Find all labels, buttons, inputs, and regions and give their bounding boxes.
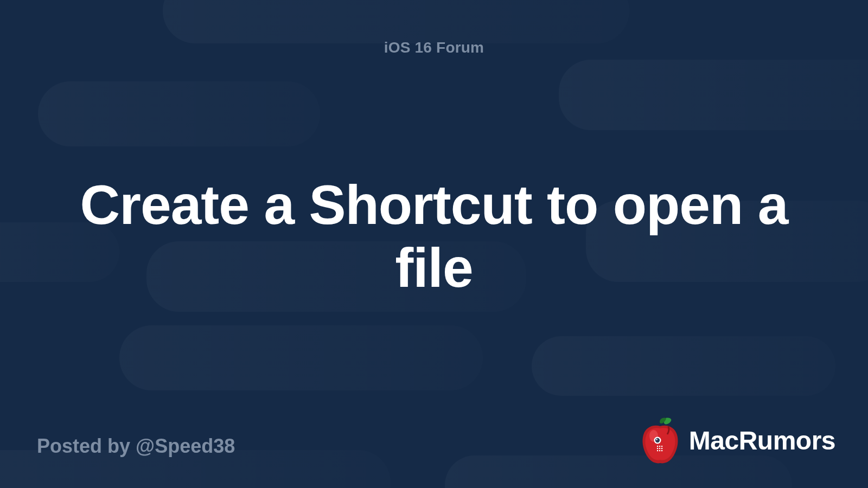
decorative-bubble: [119, 325, 483, 390]
forum-label: iOS 16 Forum: [0, 39, 868, 56]
decorative-bubble: [559, 60, 868, 130]
svg-point-3: [656, 439, 657, 440]
decorative-bubble: [532, 336, 835, 396]
svg-rect-4: [657, 446, 658, 447]
decorative-bubble: [163, 0, 629, 43]
svg-rect-7: [657, 448, 658, 449]
svg-rect-10: [657, 450, 658, 451]
page-title: Create a Shortcut to open a file: [76, 174, 792, 300]
svg-rect-5: [659, 446, 660, 447]
apple-icon: [639, 416, 681, 464]
svg-rect-11: [659, 450, 660, 451]
svg-point-2: [655, 438, 660, 442]
brand-logo: MacRumors: [639, 416, 835, 464]
svg-rect-6: [661, 446, 662, 447]
svg-rect-12: [661, 450, 662, 451]
brand-name: MacRumors: [689, 426, 835, 455]
decorative-bubble: [38, 81, 320, 146]
svg-rect-8: [659, 448, 660, 449]
svg-rect-9: [661, 448, 662, 449]
posted-by: Posted by @Speed38: [37, 435, 235, 458]
